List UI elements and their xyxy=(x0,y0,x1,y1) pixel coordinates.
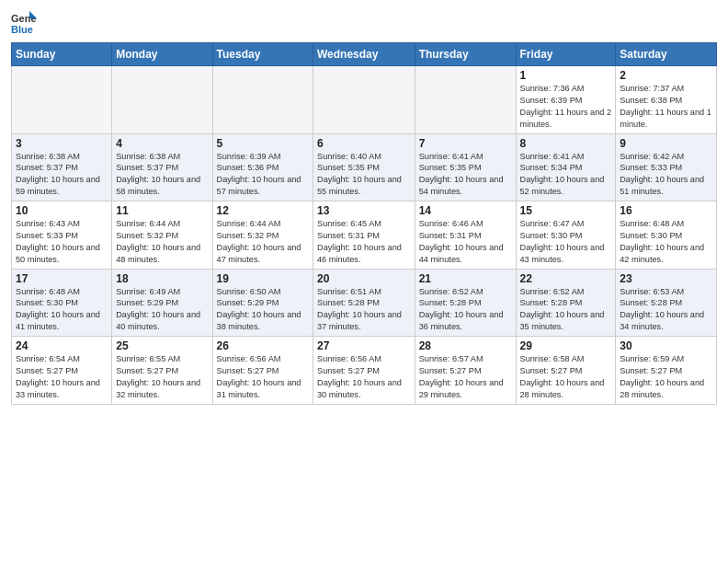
day-number: 1 xyxy=(520,69,612,82)
day-info: Sunrise: 6:48 AM Sunset: 5:30 PM Dayligh… xyxy=(620,218,712,266)
day-cell: 11Sunrise: 6:44 AM Sunset: 5:32 PM Dayli… xyxy=(112,201,212,270)
day-cell: 23Sunrise: 6:53 AM Sunset: 5:28 PM Dayli… xyxy=(616,269,717,337)
day-cell: 28Sunrise: 6:57 AM Sunset: 5:27 PM Dayli… xyxy=(415,337,516,405)
day-cell: 30Sunrise: 6:59 AM Sunset: 5:27 PM Dayli… xyxy=(616,337,717,405)
day-cell: 7Sunrise: 6:41 AM Sunset: 5:35 PM Daylig… xyxy=(415,133,516,201)
day-info: Sunrise: 6:41 AM Sunset: 5:35 PM Dayligh… xyxy=(419,151,512,199)
day-number: 5 xyxy=(217,137,309,150)
day-cell: 15Sunrise: 6:47 AM Sunset: 5:30 PM Dayli… xyxy=(516,201,616,270)
day-number: 22 xyxy=(520,272,612,285)
day-info: Sunrise: 6:38 AM Sunset: 5:37 PM Dayligh… xyxy=(116,151,208,199)
page-container: General Blue SundayMondayTuesdayWednesda… xyxy=(0,0,728,414)
day-number: 20 xyxy=(317,272,411,285)
day-number: 28 xyxy=(419,339,512,352)
day-info: Sunrise: 6:47 AM Sunset: 5:30 PM Dayligh… xyxy=(520,218,612,266)
day-info: Sunrise: 6:41 AM Sunset: 5:34 PM Dayligh… xyxy=(520,151,612,199)
weekday-header-saturday: Saturday xyxy=(616,43,717,66)
day-info: Sunrise: 6:46 AM Sunset: 5:31 PM Dayligh… xyxy=(419,218,512,266)
day-cell: 27Sunrise: 6:56 AM Sunset: 5:27 PM Dayli… xyxy=(313,337,415,405)
day-info: Sunrise: 6:48 AM Sunset: 5:30 PM Dayligh… xyxy=(16,286,108,334)
day-cell xyxy=(415,66,516,134)
weekday-header-monday: Monday xyxy=(112,43,212,66)
day-number: 23 xyxy=(620,272,712,285)
day-info: Sunrise: 6:56 AM Sunset: 5:27 PM Dayligh… xyxy=(217,353,309,401)
day-info: Sunrise: 6:51 AM Sunset: 5:28 PM Dayligh… xyxy=(317,286,411,334)
day-cell: 18Sunrise: 6:49 AM Sunset: 5:29 PM Dayli… xyxy=(112,269,212,337)
weekday-header-thursday: Thursday xyxy=(415,43,516,66)
logo: General Blue xyxy=(11,9,40,35)
day-cell: 13Sunrise: 6:45 AM Sunset: 5:31 PM Dayli… xyxy=(313,201,415,270)
day-info: Sunrise: 6:49 AM Sunset: 5:29 PM Dayligh… xyxy=(116,286,208,334)
day-cell: 21Sunrise: 6:52 AM Sunset: 5:28 PM Dayli… xyxy=(415,269,516,337)
day-number: 26 xyxy=(217,339,309,352)
day-cell xyxy=(212,66,313,134)
day-info: Sunrise: 6:53 AM Sunset: 5:28 PM Dayligh… xyxy=(620,286,712,334)
day-cell: 19Sunrise: 6:50 AM Sunset: 5:29 PM Dayli… xyxy=(212,269,313,337)
day-number: 11 xyxy=(116,204,208,217)
day-info: Sunrise: 6:57 AM Sunset: 5:27 PM Dayligh… xyxy=(419,353,512,401)
day-cell: 26Sunrise: 6:56 AM Sunset: 5:27 PM Dayli… xyxy=(212,337,313,405)
day-number: 10 xyxy=(16,204,108,217)
calendar: SundayMondayTuesdayWednesdayThursdayFrid… xyxy=(11,42,717,405)
day-cell: 16Sunrise: 6:48 AM Sunset: 5:30 PM Dayli… xyxy=(616,201,717,270)
week-row-3: 17Sunrise: 6:48 AM Sunset: 5:30 PM Dayli… xyxy=(12,269,717,337)
day-number: 7 xyxy=(419,137,512,150)
day-info: Sunrise: 7:36 AM Sunset: 6:39 PM Dayligh… xyxy=(520,83,612,131)
day-info: Sunrise: 6:50 AM Sunset: 5:29 PM Dayligh… xyxy=(217,286,309,334)
day-cell xyxy=(313,66,415,134)
day-number: 8 xyxy=(520,137,612,150)
day-info: Sunrise: 6:54 AM Sunset: 5:27 PM Dayligh… xyxy=(16,353,108,401)
day-number: 15 xyxy=(520,204,612,217)
day-cell: 3Sunrise: 6:38 AM Sunset: 5:37 PM Daylig… xyxy=(12,133,112,201)
day-number: 16 xyxy=(620,204,712,217)
day-number: 12 xyxy=(217,204,309,217)
day-info: Sunrise: 6:55 AM Sunset: 5:27 PM Dayligh… xyxy=(116,353,208,401)
day-cell: 1Sunrise: 7:36 AM Sunset: 6:39 PM Daylig… xyxy=(516,66,616,134)
day-info: Sunrise: 6:59 AM Sunset: 5:27 PM Dayligh… xyxy=(620,353,712,401)
day-number: 30 xyxy=(620,339,712,352)
week-row-1: 3Sunrise: 6:38 AM Sunset: 5:37 PM Daylig… xyxy=(12,133,717,201)
day-cell: 29Sunrise: 6:58 AM Sunset: 5:27 PM Dayli… xyxy=(516,337,616,405)
day-number: 27 xyxy=(317,339,411,352)
day-info: Sunrise: 6:52 AM Sunset: 5:28 PM Dayligh… xyxy=(520,286,612,334)
day-cell: 20Sunrise: 6:51 AM Sunset: 5:28 PM Dayli… xyxy=(313,269,415,337)
day-cell: 2Sunrise: 7:37 AM Sunset: 6:38 PM Daylig… xyxy=(616,66,717,134)
day-cell: 8Sunrise: 6:41 AM Sunset: 5:34 PM Daylig… xyxy=(516,133,616,201)
day-cell: 14Sunrise: 6:46 AM Sunset: 5:31 PM Dayli… xyxy=(415,201,516,270)
day-number: 9 xyxy=(620,137,712,150)
day-cell: 6Sunrise: 6:40 AM Sunset: 5:35 PM Daylig… xyxy=(313,133,415,201)
day-cell xyxy=(12,66,112,134)
weekday-header-wednesday: Wednesday xyxy=(313,43,415,66)
day-cell: 22Sunrise: 6:52 AM Sunset: 5:28 PM Dayli… xyxy=(516,269,616,337)
day-info: Sunrise: 6:45 AM Sunset: 5:31 PM Dayligh… xyxy=(317,218,411,266)
day-cell: 12Sunrise: 6:44 AM Sunset: 5:32 PM Dayli… xyxy=(212,201,313,270)
day-number: 3 xyxy=(16,137,108,150)
week-row-4: 24Sunrise: 6:54 AM Sunset: 5:27 PM Dayli… xyxy=(12,337,717,405)
day-cell: 17Sunrise: 6:48 AM Sunset: 5:30 PM Dayli… xyxy=(12,269,112,337)
svg-text:Blue: Blue xyxy=(11,24,33,35)
day-info: Sunrise: 6:58 AM Sunset: 5:27 PM Dayligh… xyxy=(520,353,612,401)
day-number: 19 xyxy=(217,272,309,285)
day-info: Sunrise: 6:42 AM Sunset: 5:33 PM Dayligh… xyxy=(620,151,712,199)
day-info: Sunrise: 6:39 AM Sunset: 5:36 PM Dayligh… xyxy=(217,151,309,199)
weekday-header-row: SundayMondayTuesdayWednesdayThursdayFrid… xyxy=(12,43,717,66)
day-info: Sunrise: 6:44 AM Sunset: 5:32 PM Dayligh… xyxy=(116,218,208,266)
weekday-header-friday: Friday xyxy=(516,43,616,66)
day-info: Sunrise: 6:43 AM Sunset: 5:33 PM Dayligh… xyxy=(16,218,108,266)
day-info: Sunrise: 6:44 AM Sunset: 5:32 PM Dayligh… xyxy=(217,218,309,266)
day-info: Sunrise: 6:52 AM Sunset: 5:28 PM Dayligh… xyxy=(419,286,512,334)
day-number: 13 xyxy=(317,204,411,217)
day-cell: 25Sunrise: 6:55 AM Sunset: 5:27 PM Dayli… xyxy=(112,337,212,405)
day-info: Sunrise: 6:56 AM Sunset: 5:27 PM Dayligh… xyxy=(317,353,411,401)
day-number: 29 xyxy=(520,339,612,352)
day-number: 18 xyxy=(116,272,208,285)
day-number: 2 xyxy=(620,69,712,82)
weekday-header-sunday: Sunday xyxy=(12,43,112,66)
day-number: 24 xyxy=(16,339,108,352)
day-number: 21 xyxy=(419,272,512,285)
day-cell: 10Sunrise: 6:43 AM Sunset: 5:33 PM Dayli… xyxy=(12,201,112,270)
day-cell: 24Sunrise: 6:54 AM Sunset: 5:27 PM Dayli… xyxy=(12,337,112,405)
day-cell: 4Sunrise: 6:38 AM Sunset: 5:37 PM Daylig… xyxy=(112,133,212,201)
day-number: 25 xyxy=(116,339,208,352)
week-row-2: 10Sunrise: 6:43 AM Sunset: 5:33 PM Dayli… xyxy=(12,201,717,270)
